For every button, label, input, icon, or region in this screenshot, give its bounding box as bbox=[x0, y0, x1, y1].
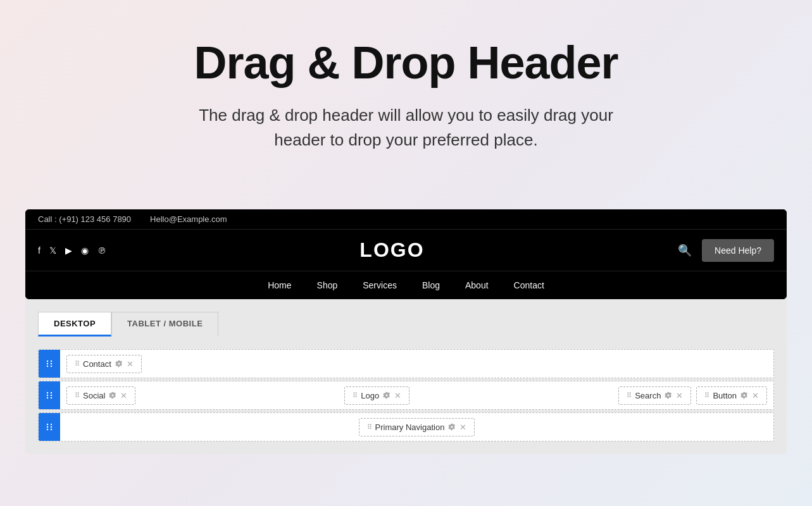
primary-nav-remove-icon[interactable]: ✕ bbox=[459, 423, 466, 432]
nav-blog[interactable]: Blog bbox=[422, 280, 440, 290]
search-icon[interactable]: 🔍 bbox=[678, 244, 692, 257]
drag-dots-icon: ⠿ bbox=[627, 392, 631, 400]
header-nav: Home Shop Services Blog About Contact bbox=[25, 271, 787, 299]
logo: LOGO bbox=[106, 238, 678, 262]
nav-shop[interactable]: Shop bbox=[317, 280, 338, 290]
social-gear-icon[interactable] bbox=[109, 392, 116, 399]
topbar-email: Hello@Example.com bbox=[150, 214, 227, 224]
instagram-icon[interactable]: ◉ bbox=[81, 245, 89, 256]
social-remove-icon[interactable]: ✕ bbox=[120, 391, 127, 400]
social-item[interactable]: ⠿ Social ✕ bbox=[66, 386, 135, 405]
logo-label: Logo bbox=[361, 391, 379, 400]
row-1-handle[interactable] bbox=[39, 350, 60, 378]
svg-point-15 bbox=[51, 426, 52, 428]
nav-home[interactable]: Home bbox=[268, 280, 291, 290]
drag-row-1: ⠿ Contact ✕ bbox=[38, 349, 774, 378]
row-3-handle[interactable] bbox=[39, 413, 60, 441]
svg-point-17 bbox=[51, 429, 52, 430]
drag-rows: ⠿ Contact ✕ ⠿ Social ✕ bbox=[38, 349, 774, 441]
primary-nav-label: Primary Navigation bbox=[375, 423, 445, 432]
svg-point-6 bbox=[47, 392, 48, 393]
header-preview: Call : (+91) 123 456 7890 Hello@Example.… bbox=[25, 209, 787, 299]
drag-dots-icon: ⠿ bbox=[75, 392, 79, 400]
youtube-icon[interactable]: ▶ bbox=[65, 245, 72, 256]
svg-point-7 bbox=[51, 392, 52, 393]
pinterest-icon[interactable]: ℗ bbox=[97, 245, 106, 256]
logo-gear-icon[interactable] bbox=[383, 392, 390, 399]
topbar: Call : (+91) 123 456 7890 Hello@Example.… bbox=[25, 209, 787, 230]
button-label: Button bbox=[713, 391, 737, 400]
row-2-content: ⠿ Social ✕ ⠿ Logo ✕ ⠿ bbox=[60, 381, 773, 409]
drag-row-3: ⠿ Primary Navigation ✕ bbox=[38, 412, 774, 441]
svg-point-2 bbox=[47, 363, 48, 364]
builder-section: DESKTOP TABLET / MOBILE ⠿ Contact ✕ bbox=[25, 299, 787, 454]
button-remove-icon[interactable]: ✕ bbox=[752, 391, 759, 400]
hero-subtitle: The drag & drop header will allow you to… bbox=[185, 103, 628, 152]
nav-about[interactable]: About bbox=[465, 280, 489, 290]
button-gear-icon[interactable] bbox=[740, 392, 748, 399]
button-item[interactable]: ⠿ Button ✕ bbox=[696, 386, 767, 405]
row-1-content: ⠿ Contact ✕ bbox=[60, 350, 773, 378]
svg-point-10 bbox=[47, 397, 48, 398]
social-icons: f 𝕏 ▶ ◉ ℗ bbox=[38, 245, 106, 256]
drag-row-2: ⠿ Social ✕ ⠿ Logo ✕ ⠿ bbox=[38, 381, 774, 410]
svg-point-1 bbox=[51, 361, 52, 362]
row-3-content: ⠿ Primary Navigation ✕ bbox=[60, 413, 773, 441]
svg-point-16 bbox=[47, 429, 48, 430]
need-help-button[interactable]: Need Help? bbox=[702, 239, 774, 262]
header-main: f 𝕏 ▶ ◉ ℗ LOGO 🔍 Need Help? bbox=[25, 230, 787, 271]
search-gear-icon[interactable] bbox=[665, 392, 672, 399]
search-label: Search bbox=[635, 391, 661, 400]
hero-title: Drag & Drop Header bbox=[13, 38, 799, 88]
search-remove-icon[interactable]: ✕ bbox=[676, 391, 683, 400]
primary-nav-item[interactable]: ⠿ Primary Navigation ✕ bbox=[359, 418, 475, 436]
drag-dots-icon: ⠿ bbox=[353, 392, 357, 400]
svg-point-11 bbox=[51, 397, 52, 398]
facebook-icon[interactable]: f bbox=[38, 245, 41, 256]
header-actions: 🔍 Need Help? bbox=[678, 239, 774, 262]
contact-gear-icon[interactable] bbox=[115, 360, 123, 367]
topbar-phone: Call : (+91) 123 456 7890 bbox=[38, 214, 131, 224]
drag-dots-icon: ⠿ bbox=[704, 392, 709, 400]
nav-contact[interactable]: Contact bbox=[514, 280, 544, 290]
hero-section: Drag & Drop Header The drag & drop heade… bbox=[0, 0, 812, 209]
logo-remove-icon[interactable]: ✕ bbox=[394, 391, 401, 400]
social-label: Social bbox=[83, 391, 105, 400]
drag-dots-icon: ⠿ bbox=[367, 423, 372, 431]
search-item[interactable]: ⠿ Search ✕ bbox=[618, 386, 691, 405]
svg-point-9 bbox=[51, 395, 52, 396]
tab-tablet-mobile[interactable]: TABLET / MOBILE bbox=[111, 312, 218, 336]
primary-nav-gear-icon[interactable] bbox=[448, 423, 456, 431]
svg-point-12 bbox=[47, 424, 48, 425]
contact-label: Contact bbox=[83, 359, 111, 369]
svg-point-4 bbox=[47, 366, 48, 367]
row-2-handle[interactable] bbox=[39, 381, 60, 409]
contact-item[interactable]: ⠿ Contact ✕ bbox=[66, 355, 142, 373]
drag-dots-icon: ⠿ bbox=[75, 360, 79, 368]
nav-services[interactable]: Services bbox=[363, 280, 397, 290]
svg-point-0 bbox=[47, 361, 48, 362]
svg-point-13 bbox=[51, 424, 52, 425]
svg-point-14 bbox=[47, 426, 48, 428]
tab-desktop[interactable]: DESKTOP bbox=[38, 312, 111, 336]
twitter-icon[interactable]: 𝕏 bbox=[49, 245, 56, 256]
svg-point-3 bbox=[51, 363, 52, 364]
logo-item[interactable]: ⠿ Logo ✕ bbox=[344, 386, 409, 405]
contact-remove-icon[interactable]: ✕ bbox=[127, 359, 134, 369]
svg-point-8 bbox=[47, 395, 48, 396]
tabs: DESKTOP TABLET / MOBILE bbox=[38, 312, 774, 336]
svg-point-5 bbox=[51, 366, 52, 367]
